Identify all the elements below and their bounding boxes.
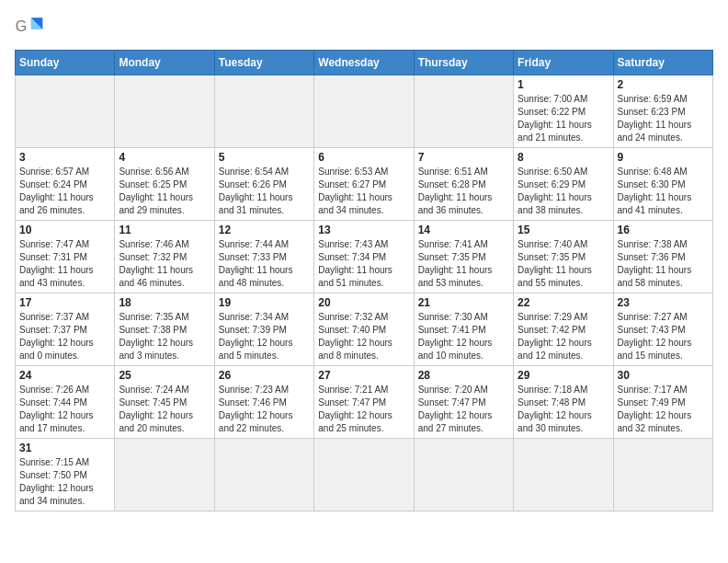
day-info: Sunrise: 7:23 AM Sunset: 7:46 PM Dayligh… xyxy=(219,384,310,435)
calendar-cell: 19Sunrise: 7:34 AM Sunset: 7:39 PM Dayli… xyxy=(214,293,313,366)
calendar-cell xyxy=(414,75,513,148)
calendar-body: 1Sunrise: 7:00 AM Sunset: 6:22 PM Daylig… xyxy=(16,75,713,511)
day-info: Sunrise: 6:54 AM Sunset: 6:26 PM Dayligh… xyxy=(219,166,310,217)
day-info: Sunrise: 7:46 AM Sunset: 7:32 PM Dayligh… xyxy=(119,238,210,290)
day-number: 25 xyxy=(119,369,210,382)
day-number: 2 xyxy=(618,78,709,91)
calendar-cell: 4Sunrise: 6:56 AM Sunset: 6:25 PM Daylig… xyxy=(115,148,214,221)
day-info: Sunrise: 6:53 AM Sunset: 6:27 PM Dayligh… xyxy=(318,166,409,217)
calendar-cell: 2Sunrise: 6:59 AM Sunset: 6:23 PM Daylig… xyxy=(613,75,712,148)
day-info: Sunrise: 6:48 AM Sunset: 6:30 PM Dayligh… xyxy=(618,166,709,217)
calendar-cell xyxy=(314,75,414,148)
weekday-header-thursday: Thursday xyxy=(414,51,513,75)
calendar-cell xyxy=(115,439,214,511)
day-info: Sunrise: 7:43 AM Sunset: 7:34 PM Dayligh… xyxy=(318,238,409,290)
day-info: Sunrise: 7:21 AM Sunset: 7:47 PM Dayligh… xyxy=(318,384,409,435)
day-number: 9 xyxy=(618,151,709,164)
day-number: 19 xyxy=(219,296,310,309)
day-info: Sunrise: 7:26 AM Sunset: 7:44 PM Dayligh… xyxy=(19,384,110,435)
day-info: Sunrise: 7:18 AM Sunset: 7:48 PM Dayligh… xyxy=(518,384,609,435)
day-number: 1 xyxy=(518,78,609,91)
calendar-week-3: 10Sunrise: 7:47 AM Sunset: 7:31 PM Dayli… xyxy=(16,221,713,293)
day-number: 4 xyxy=(119,151,210,164)
calendar-cell: 17Sunrise: 7:37 AM Sunset: 7:37 PM Dayli… xyxy=(16,293,115,366)
weekday-header-saturday: Saturday xyxy=(613,51,712,75)
day-info: Sunrise: 7:37 AM Sunset: 7:37 PM Dayligh… xyxy=(19,311,110,362)
calendar-cell: 5Sunrise: 6:54 AM Sunset: 6:26 PM Daylig… xyxy=(214,148,313,221)
weekday-header-monday: Monday xyxy=(115,51,214,75)
calendar-cell xyxy=(115,75,214,148)
day-number: 18 xyxy=(119,296,210,309)
calendar-cell xyxy=(214,75,313,148)
day-info: Sunrise: 6:56 AM Sunset: 6:25 PM Dayligh… xyxy=(119,166,210,217)
calendar-cell: 18Sunrise: 7:35 AM Sunset: 7:38 PM Dayli… xyxy=(115,293,214,366)
day-info: Sunrise: 7:29 AM Sunset: 7:42 PM Dayligh… xyxy=(518,311,609,362)
day-number: 27 xyxy=(318,369,409,382)
calendar-cell: 7Sunrise: 6:51 AM Sunset: 6:28 PM Daylig… xyxy=(414,148,513,221)
day-number: 24 xyxy=(19,369,110,382)
weekday-header-sunday: Sunday xyxy=(16,51,115,75)
day-number: 8 xyxy=(518,151,609,164)
logo: G xyxy=(15,15,48,40)
day-info: Sunrise: 7:17 AM Sunset: 7:49 PM Dayligh… xyxy=(618,384,709,435)
day-info: Sunrise: 7:41 AM Sunset: 7:35 PM Dayligh… xyxy=(418,238,509,290)
day-info: Sunrise: 6:59 AM Sunset: 6:23 PM Dayligh… xyxy=(618,93,709,144)
day-info: Sunrise: 7:40 AM Sunset: 7:35 PM Dayligh… xyxy=(518,238,609,290)
calendar-cell: 9Sunrise: 6:48 AM Sunset: 6:30 PM Daylig… xyxy=(613,148,712,221)
day-number: 20 xyxy=(318,296,409,309)
calendar-cell xyxy=(414,439,513,511)
day-number: 17 xyxy=(19,296,110,309)
weekday-row: SundayMondayTuesdayWednesdayThursdayFrid… xyxy=(16,51,713,75)
day-number: 14 xyxy=(418,224,509,236)
calendar-cell: 25Sunrise: 7:24 AM Sunset: 7:45 PM Dayli… xyxy=(115,366,214,439)
calendar-cell xyxy=(613,439,712,511)
calendar-week-2: 3Sunrise: 6:57 AM Sunset: 6:24 PM Daylig… xyxy=(16,148,713,221)
logo-icon: G xyxy=(15,15,44,40)
calendar-cell: 20Sunrise: 7:32 AM Sunset: 7:40 PM Dayli… xyxy=(314,293,414,366)
calendar-week-6: 31Sunrise: 7:15 AM Sunset: 7:50 PM Dayli… xyxy=(16,439,713,511)
calendar-week-1: 1Sunrise: 7:00 AM Sunset: 6:22 PM Daylig… xyxy=(16,75,713,148)
day-number: 7 xyxy=(418,151,509,164)
day-info: Sunrise: 6:50 AM Sunset: 6:29 PM Dayligh… xyxy=(518,166,609,217)
day-info: Sunrise: 7:35 AM Sunset: 7:38 PM Dayligh… xyxy=(119,311,210,362)
day-info: Sunrise: 7:00 AM Sunset: 6:22 PM Dayligh… xyxy=(518,93,609,144)
day-number: 13 xyxy=(318,224,409,236)
calendar-cell: 30Sunrise: 7:17 AM Sunset: 7:49 PM Dayli… xyxy=(613,366,712,439)
calendar-week-4: 17Sunrise: 7:37 AM Sunset: 7:37 PM Dayli… xyxy=(16,293,713,366)
calendar-cell xyxy=(514,439,613,511)
day-number: 6 xyxy=(318,151,409,164)
day-info: Sunrise: 7:20 AM Sunset: 7:47 PM Dayligh… xyxy=(418,384,509,435)
calendar-header: SundayMondayTuesdayWednesdayThursdayFrid… xyxy=(16,51,713,75)
calendar-cell: 28Sunrise: 7:20 AM Sunset: 7:47 PM Dayli… xyxy=(414,366,513,439)
day-number: 22 xyxy=(518,296,609,309)
calendar: SundayMondayTuesdayWednesdayThursdayFrid… xyxy=(15,50,713,511)
calendar-cell: 24Sunrise: 7:26 AM Sunset: 7:44 PM Dayli… xyxy=(16,366,115,439)
day-info: Sunrise: 7:27 AM Sunset: 7:43 PM Dayligh… xyxy=(618,311,709,362)
day-number: 21 xyxy=(418,296,509,309)
day-info: Sunrise: 7:24 AM Sunset: 7:45 PM Dayligh… xyxy=(119,384,210,435)
day-number: 26 xyxy=(219,369,310,382)
calendar-cell: 1Sunrise: 7:00 AM Sunset: 6:22 PM Daylig… xyxy=(514,75,613,148)
weekday-header-wednesday: Wednesday xyxy=(314,51,414,75)
calendar-cell: 16Sunrise: 7:38 AM Sunset: 7:36 PM Dayli… xyxy=(613,221,712,293)
day-number: 12 xyxy=(219,224,310,236)
calendar-week-5: 24Sunrise: 7:26 AM Sunset: 7:44 PM Dayli… xyxy=(16,366,713,439)
day-info: Sunrise: 7:34 AM Sunset: 7:39 PM Dayligh… xyxy=(219,311,310,362)
day-info: Sunrise: 7:30 AM Sunset: 7:41 PM Dayligh… xyxy=(418,311,509,362)
calendar-cell: 21Sunrise: 7:30 AM Sunset: 7:41 PM Dayli… xyxy=(414,293,513,366)
calendar-cell: 12Sunrise: 7:44 AM Sunset: 7:33 PM Dayli… xyxy=(214,221,313,293)
day-number: 11 xyxy=(119,224,210,236)
day-info: Sunrise: 7:44 AM Sunset: 7:33 PM Dayligh… xyxy=(219,238,310,290)
day-number: 3 xyxy=(19,151,110,164)
calendar-cell: 23Sunrise: 7:27 AM Sunset: 7:43 PM Dayli… xyxy=(613,293,712,366)
calendar-cell: 10Sunrise: 7:47 AM Sunset: 7:31 PM Dayli… xyxy=(16,221,115,293)
day-number: 10 xyxy=(19,224,110,236)
calendar-cell xyxy=(214,439,313,511)
header: G xyxy=(15,15,713,40)
calendar-cell: 29Sunrise: 7:18 AM Sunset: 7:48 PM Dayli… xyxy=(514,366,613,439)
calendar-cell: 15Sunrise: 7:40 AM Sunset: 7:35 PM Dayli… xyxy=(514,221,613,293)
day-info: Sunrise: 6:57 AM Sunset: 6:24 PM Dayligh… xyxy=(19,166,110,217)
calendar-cell xyxy=(16,75,115,148)
day-info: Sunrise: 7:15 AM Sunset: 7:50 PM Dayligh… xyxy=(19,456,110,508)
weekday-header-tuesday: Tuesday xyxy=(214,51,313,75)
